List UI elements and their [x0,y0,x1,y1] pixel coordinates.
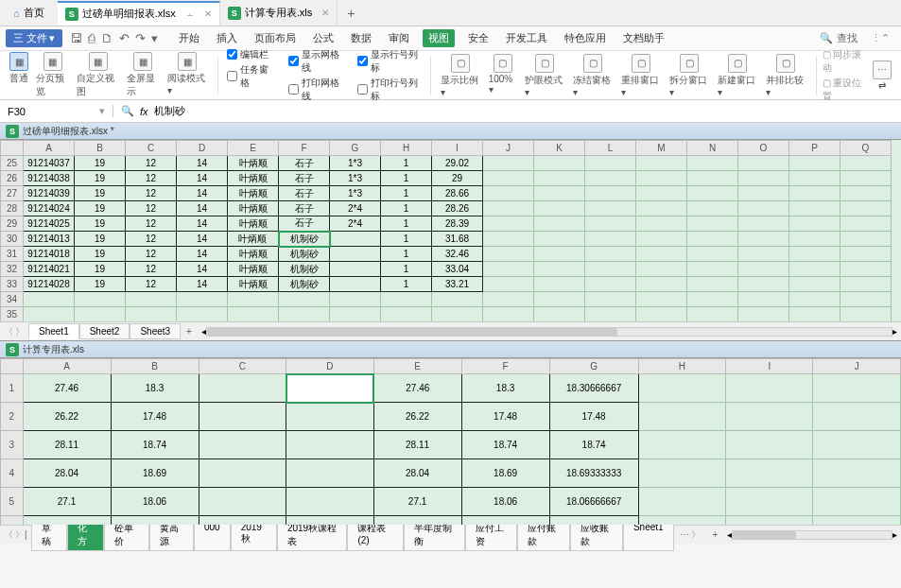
cell[interactable] [738,262,789,277]
cell[interactable] [228,292,279,307]
cell[interactable]: 1 [381,247,432,262]
col-header-E[interactable]: E [228,141,279,156]
dropdown-icon[interactable]: ▾ [151,31,158,45]
cell[interactable] [483,186,534,201]
scrollbar-h[interactable]: ◂▸ [198,326,901,337]
cell[interactable] [534,216,585,232]
undo-icon[interactable]: ↶ [119,31,130,45]
cell[interactable] [483,262,534,277]
cell[interactable] [813,459,901,488]
cell[interactable]: 27.2 [373,516,461,526]
cell[interactable] [585,307,636,322]
col-header-B[interactable]: B [75,141,126,156]
cell[interactable] [585,186,636,201]
cell[interactable] [585,171,636,186]
cell[interactable] [199,374,286,403]
col-header-I[interactable]: I [726,359,813,374]
cell[interactable]: 91214028 [24,277,75,292]
cell[interactable]: 18.74 [111,431,199,459]
cell[interactable] [483,247,534,262]
cell[interactable]: 19 [75,201,126,216]
cell[interactable] [75,307,126,322]
col-header-J[interactable]: J [483,141,534,156]
cell[interactable] [534,262,585,277]
cell[interactable] [726,459,813,488]
cell[interactable] [789,156,840,171]
cell[interactable] [738,292,789,307]
cell[interactable]: 18.06666667 [549,488,638,516]
checkbox-显示行号列标[interactable]: 显示行号列标 [357,48,420,75]
cell[interactable] [789,277,840,292]
cell[interactable] [534,247,585,262]
row-header-32[interactable]: 32 [1,262,24,277]
ribbon-btn-显示比例[interactable]: ▢显示比例 ▾ [437,54,485,97]
cell[interactable] [199,431,286,459]
cell[interactable]: 29 [432,171,483,186]
cell[interactable]: 19 [75,277,126,292]
cell[interactable] [636,201,687,216]
cell[interactable]: 91214039 [24,186,75,201]
col-header-C[interactable]: C [199,359,286,374]
cell[interactable]: 91214037 [24,156,75,171]
cell[interactable]: 28.66 [432,186,483,201]
cell[interactable] [789,262,840,277]
cell[interactable] [687,232,738,247]
cell[interactable]: 石子 [279,186,330,201]
col-header-I[interactable]: I [432,141,483,156]
cell[interactable] [840,186,892,201]
cell[interactable] [636,307,687,322]
cell[interactable]: 叶炳顺 [228,277,279,292]
cell[interactable]: 机制砂 [279,277,330,292]
cell[interactable] [534,156,585,171]
cell[interactable]: 14 [177,186,228,201]
sheet-tab-Sheet3[interactable]: Sheet3 [130,323,181,339]
cell[interactable] [638,431,726,459]
cell[interactable] [585,277,636,292]
more-button[interactable]: ⋯⇄ [869,61,895,91]
ribbon-btn-并排比较[interactable]: ▢并排比较 ▾ [762,54,810,97]
cell[interactable] [638,488,726,516]
cell[interactable] [24,292,75,307]
col-header-O[interactable]: O [738,141,789,156]
cell[interactable] [813,488,901,516]
col-header-E[interactable]: E [373,359,461,374]
cell[interactable]: 叶炳顺 [228,262,279,277]
sheet-nav[interactable]: 〈〉| [0,528,31,542]
cell[interactable]: 32.46 [432,247,483,262]
cell[interactable] [687,171,738,186]
cell[interactable]: 27.2 [23,516,111,526]
cell[interactable] [585,247,636,262]
cell[interactable] [638,459,726,488]
cell[interactable]: 28.11 [373,431,461,459]
menu-tab-页面布局[interactable]: 页面布局 [251,29,300,47]
cell[interactable]: 18.30666667 [549,374,638,403]
cell[interactable] [840,262,892,277]
cell[interactable]: 26.22 [23,403,111,431]
cell[interactable] [687,277,738,292]
cell[interactable]: 1 [381,156,432,171]
cell[interactable]: 机制砂 [279,232,330,247]
cell[interactable]: 叶炳顺 [228,216,279,232]
cell[interactable] [813,374,901,403]
checkbox-显示网格线[interactable]: 显示网格线 [288,48,342,75]
cell[interactable] [840,247,892,262]
cell[interactable] [483,292,534,307]
cell[interactable]: 31.68 [432,232,483,247]
cell[interactable] [840,216,892,232]
cell[interactable] [738,307,789,322]
cell[interactable] [789,247,840,262]
pin-icon[interactable]: ⫠ [185,9,195,19]
cell[interactable]: 27.1 [373,488,461,516]
cell[interactable]: 12 [126,277,177,292]
cell[interactable] [483,232,534,247]
cell[interactable]: 19 [75,247,126,262]
cell[interactable] [813,403,901,431]
cell[interactable] [126,292,177,307]
preview-icon[interactable]: 🗋 [101,31,113,45]
collapse-ribbon-icon[interactable]: ⋮⌃ [865,32,895,44]
cell[interactable] [585,201,636,216]
cell[interactable]: 14 [177,216,228,232]
row-header-27[interactable]: 27 [1,186,24,201]
cell[interactable]: 14 [177,171,228,186]
cell[interactable] [789,201,840,216]
